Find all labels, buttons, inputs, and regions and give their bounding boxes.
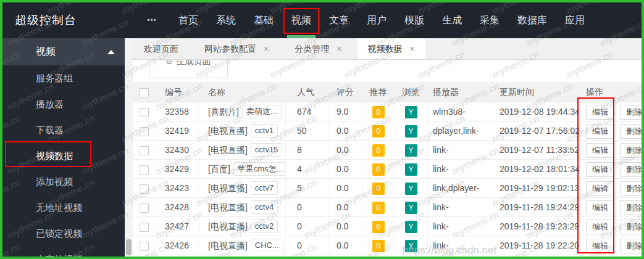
edit-button[interactable]: 编辑 — [586, 239, 614, 253]
edit-button[interactable]: 编辑 — [586, 124, 614, 139]
recommend-badge[interactable]: 0 — [372, 183, 385, 195]
content-scrollbar[interactable] — [125, 38, 133, 257]
row-checkbox[interactable] — [140, 184, 149, 194]
nav-item-basic[interactable]: 基础 — [246, 2, 282, 38]
select-all-checkbox[interactable] — [140, 88, 149, 97]
nav-item-collect[interactable]: 采集 — [472, 2, 508, 38]
cell-name: [电视直播]cctv15 — [199, 141, 286, 159]
delete-button[interactable]: 删除 — [620, 143, 642, 158]
cell-hits: 0 — [286, 217, 329, 236]
nav-item-app[interactable]: 应用 — [557, 2, 593, 38]
cell-recommend: 0 — [362, 217, 395, 236]
header-updated: 更新时间 — [493, 82, 580, 102]
sidebar-item-unreviewed-video[interactable]: 未审核视频 — [2, 247, 125, 259]
nav-item-user[interactable]: 用户 — [359, 2, 395, 38]
nav-item-database[interactable]: 数据库 — [509, 2, 555, 38]
browse-badge[interactable]: Y — [405, 163, 417, 176]
cell-id: 32426 — [156, 236, 199, 255]
name-input[interactable]: cctv7 — [251, 181, 278, 195]
sidebar-item-server-group[interactable]: 服务器组 — [2, 65, 125, 91]
sidebar-group-video[interactable]: 视频 — [2, 38, 125, 65]
cell-name: [电视直播]cctv7 — [199, 179, 286, 197]
browse-badge[interactable]: Y — [405, 183, 417, 195]
video-data-table: 编号 名称 人气 评分 推荐 浏览 播放器 更新时间 操作 32358[喜剧片]… — [133, 82, 642, 255]
nav-item-system[interactable]: 系统 — [208, 2, 244, 38]
nav-item-video[interactable]: 视频 — [283, 2, 319, 38]
delete-button[interactable]: 删除 — [620, 239, 642, 253]
name-input[interactable]: cctv4 — [251, 200, 278, 214]
tab-welcome[interactable]: 欢迎页面 — [134, 38, 188, 59]
browse-badge[interactable]: Y — [405, 221, 417, 233]
name-input[interactable]: CHC... — [251, 239, 283, 252]
delete-button[interactable]: 删除 — [620, 220, 642, 234]
nav-item-generate[interactable]: 生成 — [434, 2, 470, 38]
sidebar-item-video-data[interactable]: 视频数据 — [2, 143, 125, 169]
cell-player: link,dplayer- — [428, 179, 493, 197]
row-checkbox-cell — [133, 160, 156, 178]
tab-category-management[interactable]: 分类管理× — [285, 38, 351, 59]
delete-button[interactable]: 删除 — [620, 200, 642, 215]
cell-id: 32427 — [156, 217, 199, 236]
cell-category: [电视直播] — [208, 141, 248, 159]
scrollbar-thumb[interactable] — [126, 239, 132, 255]
delete-button[interactable]: 删除 — [620, 124, 642, 139]
edit-button[interactable]: 编辑 — [586, 105, 614, 120]
delete-button[interactable]: 删除 — [620, 181, 642, 196]
table-row: 32426[电视直播]CHC...00.00Ylink-2019-11-28 1… — [133, 236, 642, 255]
browse-badge[interactable]: Y — [405, 125, 417, 138]
recommend-badge[interactable]: 0 — [372, 240, 385, 252]
row-checkbox[interactable] — [140, 108, 149, 117]
name-input[interactable]: cctv15 — [251, 143, 283, 157]
browse-badge[interactable]: Y — [405, 106, 417, 118]
name-input[interactable]: cctv2 — [251, 220, 278, 233]
close-icon[interactable]: × — [409, 44, 414, 54]
cell-updated: 2019-12-07 17:56:02 — [493, 121, 580, 140]
generate-page-button[interactable]: ⚙生成页面 — [149, 60, 228, 78]
cell-id: 32428 — [156, 198, 199, 216]
row-checkbox[interactable] — [140, 223, 149, 232]
tab-site-config[interactable]: 网站参数配置× — [194, 38, 278, 59]
row-checkbox[interactable] — [140, 165, 149, 175]
nav-item-home[interactable]: 首页 — [170, 2, 206, 38]
row-checkbox[interactable] — [140, 127, 149, 136]
header-score: 评分 — [329, 82, 362, 102]
name-input[interactable]: 苹果cms怎... — [233, 162, 285, 176]
nav-item-article[interactable]: 文章 — [321, 2, 357, 38]
delete-button[interactable]: 删除 — [620, 105, 642, 120]
recommend-badge[interactable]: 0 — [372, 202, 385, 214]
recommend-badge[interactable]: 0 — [372, 106, 385, 118]
sidebar-item-add-video[interactable]: 添加视频 — [2, 169, 125, 195]
cell-updated: 2019-11-28 19:23:29 — [493, 217, 580, 236]
sidebar-item-player[interactable]: 播放器 — [2, 91, 125, 117]
table-header-row: 编号 名称 人气 评分 推荐 浏览 播放器 更新时间 操作 — [133, 82, 642, 102]
tab-video-data[interactable]: 视频数据× — [358, 38, 424, 59]
row-checkbox[interactable] — [140, 146, 149, 155]
close-icon[interactable]: × — [264, 44, 269, 54]
edit-button[interactable]: 编辑 — [586, 162, 614, 177]
edit-button[interactable]: 编辑 — [586, 143, 614, 158]
edit-button[interactable]: 编辑 — [586, 200, 614, 215]
close-icon[interactable]: × — [337, 44, 341, 54]
edit-button[interactable]: 编辑 — [586, 181, 614, 196]
row-checkbox[interactable] — [140, 242, 149, 251]
name-input[interactable]: cctv1 — [251, 124, 278, 138]
sidebar-item-locked-video[interactable]: 已锁定视频 — [2, 221, 125, 247]
edit-button[interactable]: 编辑 — [586, 220, 614, 234]
recommend-badge[interactable]: 0 — [372, 144, 385, 157]
cell-score: 0.0 — [329, 121, 362, 140]
delete-button[interactable]: 删除 — [620, 162, 642, 177]
cell-score: 0.0 — [329, 160, 362, 178]
name-input[interactable]: 卖萌这... — [242, 105, 282, 118]
collapse-menu-icon[interactable]: ••• — [138, 2, 165, 38]
cell-updated: 2019-12-02 18:01:34 — [493, 160, 580, 178]
recommend-badge[interactable]: 0 — [372, 163, 385, 176]
browse-badge[interactable]: Y — [405, 240, 417, 252]
recommend-badge[interactable]: 0 — [372, 221, 385, 233]
sidebar-item-no-url-video[interactable]: 无地址视频 — [2, 195, 125, 221]
nav-item-template[interactable]: 模版 — [396, 2, 432, 38]
browse-badge[interactable]: Y — [405, 144, 417, 157]
sidebar-item-downloader[interactable]: 下载器 — [2, 117, 125, 143]
row-checkbox[interactable] — [140, 204, 149, 213]
recommend-badge[interactable]: 0 — [372, 125, 385, 138]
browse-badge[interactable]: Y — [405, 202, 417, 214]
